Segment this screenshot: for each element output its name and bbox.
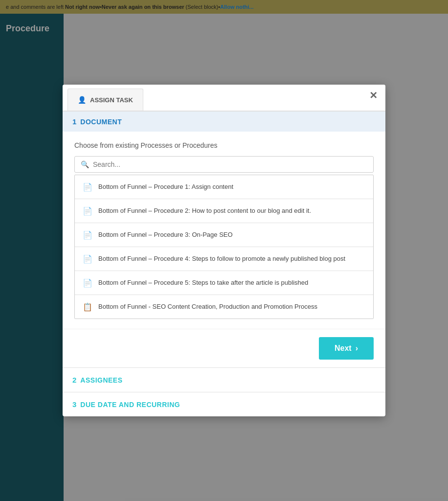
search-icon: 🔍 [81,160,89,168]
modal-header: 👤 ASSIGN TASK ✕ [63,85,385,112]
assign-task-tab[interactable]: 👤 ASSIGN TASK [67,89,143,111]
next-button-label: Next [335,344,352,353]
modal-footer: Next › [63,329,385,367]
section-duedate-header[interactable]: 3 DUE DATE AND RECURRING [63,392,385,416]
list-item[interactable]: 📄 Bottom of Funnel – Procedure 3: On-Pag… [75,223,373,247]
list-item[interactable]: 📄 Bottom of Funnel – Procedure 2: How to… [75,199,373,223]
search-input[interactable] [93,160,367,168]
modal-body: Choose from existing Processes or Proced… [63,132,385,329]
section1-title: DOCUMENT [80,118,122,126]
person-icon: 👤 [78,96,86,104]
section3-number: 3 [72,400,76,409]
procedure-name: Bottom of Funnel – Procedure 2: How to p… [98,206,311,216]
next-button[interactable]: Next › [319,337,374,360]
procedure-name: Bottom of Funnel – Procedure 5: Steps to… [98,278,308,288]
doc-icon: 📄 [83,230,92,240]
next-arrow-icon: › [356,344,358,353]
section2-number: 2 [72,376,76,384]
doc-icon: 📄 [83,254,92,264]
list-item[interactable]: 📄 Bottom of Funnel – Procedure 4: Steps … [75,247,373,271]
doc-icon: 📄 [83,182,92,192]
procedure-name: Bottom of Funnel – Procedure 1: Assign c… [98,182,233,192]
procedure-name: Bottom of Funnel - SEO Content Creation,… [98,302,317,312]
doc-icon: 📄 [83,278,92,288]
list-item[interactable]: 📋 Bottom of Funnel - SEO Content Creatio… [75,295,373,319]
section-assignees-header[interactable]: 2 ASSIGNEES [63,367,385,392]
search-box: 🔍 [74,156,374,173]
doc-icon: 📄 [83,206,92,216]
procedure-name: Bottom of Funnel – Procedure 3: On-Page … [98,230,233,240]
choose-text: Choose from existing Processes or Proced… [74,141,374,149]
close-button[interactable]: ✕ [369,91,378,100]
section2-title: ASSIGNEES [80,376,122,384]
doc-stack-icon: 📋 [83,302,92,312]
modal-tab-label: ASSIGN TASK [90,96,133,104]
assign-task-modal: 👤 ASSIGN TASK ✕ 1 DOCUMENT Choose from e… [63,85,385,416]
list-item[interactable]: 📄 Bottom of Funnel – Procedure 1: Assign… [75,175,373,199]
modal-overlay: 👤 ASSIGN TASK ✕ 1 DOCUMENT Choose from e… [0,0,448,501]
section3-title: DUE DATE AND RECURRING [80,401,180,409]
procedure-list: 📄 Bottom of Funnel – Procedure 1: Assign… [74,175,374,319]
section-document-header: 1 DOCUMENT [63,112,385,132]
section1-number: 1 [72,117,76,126]
procedure-name: Bottom of Funnel – Procedure 4: Steps to… [98,254,345,264]
list-item[interactable]: 📄 Bottom of Funnel – Procedure 5: Steps … [75,271,373,295]
